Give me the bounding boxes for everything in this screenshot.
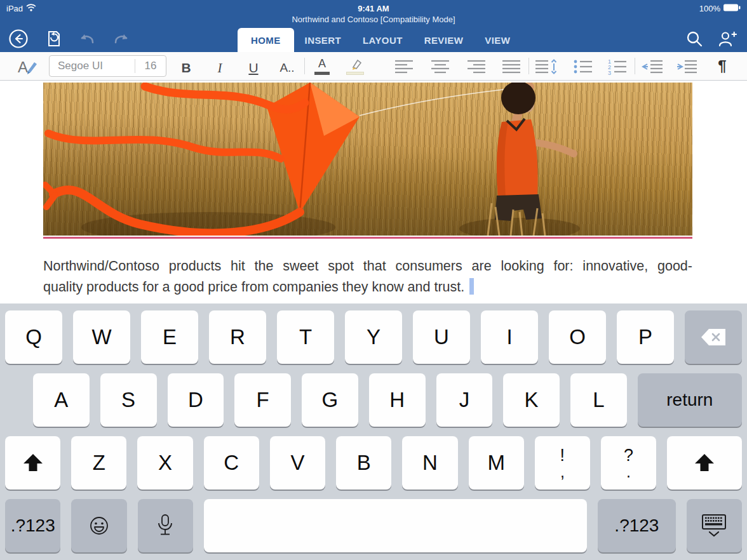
decrease-indent-icon[interactable] xyxy=(642,55,663,77)
key-b[interactable]: B xyxy=(336,436,391,490)
key-c[interactable]: C xyxy=(204,436,259,490)
paragraph-text[interactable]: Northwind/Contoso products hit the sweet… xyxy=(43,256,692,298)
tab-view[interactable]: VIEW xyxy=(474,28,521,52)
key-numbers-right[interactable]: .?123 xyxy=(598,499,675,552)
tab-home[interactable]: HOME xyxy=(238,28,294,52)
document-photo[interactable] xyxy=(43,83,692,236)
key-q[interactable]: Q xyxy=(5,310,62,364)
key-v[interactable]: V xyxy=(270,436,325,490)
key-numbers-left[interactable]: .?123 xyxy=(5,499,60,552)
more-formatting-button[interactable]: A.. xyxy=(276,55,298,77)
paragraph-line-2: quality products for a good price from c… xyxy=(43,277,692,298)
increase-indent-icon[interactable] xyxy=(676,55,697,77)
key-e[interactable]: E xyxy=(141,310,198,364)
align-right-icon[interactable] xyxy=(465,55,487,77)
align-left-icon[interactable] xyxy=(394,55,415,77)
key-t[interactable]: T xyxy=(277,310,334,364)
key-x[interactable]: X xyxy=(137,436,192,490)
back-button[interactable] xyxy=(8,28,29,50)
file-actions-icon[interactable] xyxy=(42,28,64,50)
key-a[interactable]: A xyxy=(33,373,90,427)
align-center-icon[interactable] xyxy=(429,55,451,77)
bullet-list-icon[interactable] xyxy=(572,55,594,77)
key-r[interactable]: R xyxy=(209,310,266,364)
key-g[interactable]: G xyxy=(302,373,358,427)
share-people-icon[interactable] xyxy=(717,28,738,50)
key-s[interactable]: S xyxy=(100,373,157,427)
tab-review[interactable]: REVIEW xyxy=(414,28,474,52)
font-name-picker[interactable]: Segoe UI 16 xyxy=(49,55,166,77)
command-bar: HOMEINSERTLAYOUTREVIEWVIEW xyxy=(0,25,747,52)
key-backspace[interactable] xyxy=(685,310,742,364)
redo-icon[interactable] xyxy=(111,28,132,50)
key-dismiss-keyboard[interactable] xyxy=(687,499,742,552)
clock: 9:41 AM xyxy=(0,4,747,13)
font-name-value: Segoe UI xyxy=(50,60,135,72)
key-i[interactable]: I xyxy=(481,310,538,364)
paragraph-marks-button[interactable]: ¶ xyxy=(711,55,733,77)
key-d[interactable]: D xyxy=(168,373,224,427)
emoji-icon xyxy=(88,515,110,537)
key-exclamation-comma[interactable]: !, xyxy=(535,436,590,490)
photo-illustration xyxy=(43,83,692,236)
numbered-list-icon[interactable]: 123 xyxy=(607,55,628,77)
app-chrome: iPad 9:41 AM 100% Northwind and Contoso … xyxy=(0,0,747,52)
search-icon[interactable] xyxy=(683,28,705,50)
font-color-button[interactable]: A xyxy=(311,55,333,77)
backspace-icon xyxy=(700,328,727,347)
align-justify-icon[interactable] xyxy=(501,55,522,77)
svg-text:A: A xyxy=(18,58,28,75)
document-title: Northwind and Contoso [Compatibility Mod… xyxy=(0,15,747,25)
tab-insert[interactable]: INSERT xyxy=(294,28,352,52)
key-shift-right[interactable] xyxy=(667,436,742,490)
key-p[interactable]: P xyxy=(617,310,674,364)
document-canvas[interactable]: Northwind/Contoso products hit the sweet… xyxy=(0,81,747,303)
text-cursor xyxy=(469,278,474,295)
key-m[interactable]: M xyxy=(469,436,524,490)
key-shift-left[interactable] xyxy=(5,436,60,490)
highlight-button[interactable] xyxy=(344,55,366,77)
mic-icon xyxy=(157,514,173,538)
key-y[interactable]: Y xyxy=(345,310,402,364)
key-n[interactable]: N xyxy=(402,436,457,490)
key-h[interactable]: H xyxy=(369,373,426,427)
key-l[interactable]: L xyxy=(570,373,627,427)
ribbon-tabs: HOMEINSERTLAYOUTREVIEWVIEW xyxy=(238,25,521,52)
keyboard-dismiss-icon xyxy=(700,514,728,538)
font-size-value[interactable]: 16 xyxy=(135,60,166,72)
paragraph-line-1: Northwind/Contoso products hit the sweet… xyxy=(43,256,692,277)
undo-icon[interactable] xyxy=(76,28,98,50)
tab-layout[interactable]: LAYOUT xyxy=(352,28,414,52)
key-k[interactable]: K xyxy=(503,373,560,427)
key-f[interactable]: F xyxy=(234,373,291,427)
format-painter-icon[interactable]: A xyxy=(17,55,38,77)
svg-text:3: 3 xyxy=(608,70,611,75)
bold-button[interactable]: B xyxy=(175,55,197,77)
key-space[interactable] xyxy=(204,499,587,552)
shift-icon xyxy=(694,453,715,473)
key-dictation[interactable] xyxy=(138,499,193,552)
key-return[interactable]: return xyxy=(638,373,742,427)
paragraph-border-line xyxy=(43,237,692,239)
key-o[interactable]: O xyxy=(549,310,606,364)
key-z[interactable]: Z xyxy=(71,436,126,490)
keyboard: QWERTYUIOPASDFGHJKLreturnZXCVBNM!,?..?12… xyxy=(0,303,747,560)
key-emoji[interactable] xyxy=(71,499,126,552)
key-question-period[interactable]: ?. xyxy=(601,436,656,490)
key-u[interactable]: U xyxy=(413,310,470,364)
underline-button[interactable]: U xyxy=(243,55,264,77)
italic-button[interactable]: I xyxy=(209,55,231,77)
status-bar: iPad 9:41 AM 100% xyxy=(0,0,747,15)
key-j[interactable]: J xyxy=(436,373,493,427)
line-spacing-icon[interactable] xyxy=(535,55,558,77)
shift-icon xyxy=(22,453,44,473)
formatting-toolbar: A Segoe UI 16 B I U A.. A 123 xyxy=(0,52,747,81)
key-w[interactable]: W xyxy=(73,310,130,364)
